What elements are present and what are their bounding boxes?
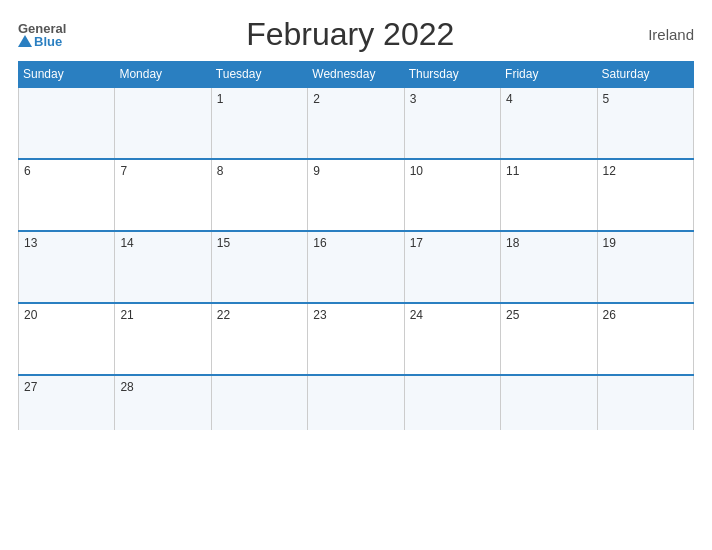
calendar-day-cell: [404, 375, 500, 430]
day-header-sunday: Sunday: [19, 62, 115, 88]
day-number: 1: [217, 92, 224, 106]
calendar-day-cell: 9: [308, 159, 404, 231]
calendar-header-row: Sunday Monday Tuesday Wednesday Thursday…: [19, 62, 694, 88]
day-number: 18: [506, 236, 519, 250]
calendar-day-cell: 15: [211, 231, 307, 303]
calendar-day-cell: 20: [19, 303, 115, 375]
day-number: 11: [506, 164, 519, 178]
calendar-day-cell: [308, 375, 404, 430]
calendar-day-cell: 7: [115, 159, 211, 231]
calendar-day-cell: [501, 375, 597, 430]
day-number: 28: [120, 380, 133, 394]
day-header-monday: Monday: [115, 62, 211, 88]
calendar-day-cell: 22: [211, 303, 307, 375]
day-number: 25: [506, 308, 519, 322]
day-header-friday: Friday: [501, 62, 597, 88]
calendar-day-cell: [211, 375, 307, 430]
calendar-day-cell: 6: [19, 159, 115, 231]
country-label: Ireland: [634, 26, 694, 43]
day-number: 4: [506, 92, 513, 106]
calendar-day-cell: 23: [308, 303, 404, 375]
calendar-day-cell: 4: [501, 87, 597, 159]
calendar-table: Sunday Monday Tuesday Wednesday Thursday…: [18, 61, 694, 430]
logo-general-text: General: [18, 22, 66, 35]
calendar-day-cell: 5: [597, 87, 693, 159]
day-number: 24: [410, 308, 423, 322]
calendar-week-row: 2728: [19, 375, 694, 430]
calendar-day-cell: 10: [404, 159, 500, 231]
day-number: 2: [313, 92, 320, 106]
calendar-day-cell: 19: [597, 231, 693, 303]
calendar-day-cell: 12: [597, 159, 693, 231]
calendar-day-cell: 21: [115, 303, 211, 375]
calendar-body: 1234567891011121314151617181920212223242…: [19, 87, 694, 430]
calendar-day-cell: [19, 87, 115, 159]
day-number: 15: [217, 236, 230, 250]
logo-triangle-icon: [18, 35, 32, 47]
calendar-day-cell: 14: [115, 231, 211, 303]
calendar-day-cell: 3: [404, 87, 500, 159]
logo-blue-text: Blue: [18, 35, 66, 48]
day-number: 19: [603, 236, 616, 250]
calendar-week-row: 20212223242526: [19, 303, 694, 375]
day-header-tuesday: Tuesday: [211, 62, 307, 88]
logo: General Blue: [18, 22, 66, 48]
calendar-week-row: 13141516171819: [19, 231, 694, 303]
calendar-title: February 2022: [66, 16, 634, 53]
calendar-day-cell: 27: [19, 375, 115, 430]
day-number: 13: [24, 236, 37, 250]
day-number: 23: [313, 308, 326, 322]
day-number: 22: [217, 308, 230, 322]
calendar-day-cell: 17: [404, 231, 500, 303]
calendar-day-cell: [597, 375, 693, 430]
calendar-page: General Blue February 2022 Ireland Sunda…: [0, 0, 712, 550]
calendar-day-cell: 13: [19, 231, 115, 303]
day-number: 9: [313, 164, 320, 178]
day-header-thursday: Thursday: [404, 62, 500, 88]
day-number: 17: [410, 236, 423, 250]
calendar-day-cell: 16: [308, 231, 404, 303]
calendar-week-row: 6789101112: [19, 159, 694, 231]
day-number: 20: [24, 308, 37, 322]
calendar-day-cell: 11: [501, 159, 597, 231]
calendar-day-cell: 1: [211, 87, 307, 159]
calendar-day-cell: 24: [404, 303, 500, 375]
calendar-week-row: 12345: [19, 87, 694, 159]
day-number: 21: [120, 308, 133, 322]
day-number: 3: [410, 92, 417, 106]
day-number: 10: [410, 164, 423, 178]
calendar-header: General Blue February 2022 Ireland: [18, 16, 694, 53]
day-number: 6: [24, 164, 31, 178]
day-number: 7: [120, 164, 127, 178]
calendar-day-cell: [115, 87, 211, 159]
day-number: 14: [120, 236, 133, 250]
day-number: 26: [603, 308, 616, 322]
day-number: 8: [217, 164, 224, 178]
calendar-day-cell: 18: [501, 231, 597, 303]
day-number: 5: [603, 92, 610, 106]
calendar-day-cell: 28: [115, 375, 211, 430]
day-number: 27: [24, 380, 37, 394]
day-number: 16: [313, 236, 326, 250]
day-number: 12: [603, 164, 616, 178]
calendar-day-cell: 25: [501, 303, 597, 375]
calendar-day-cell: 8: [211, 159, 307, 231]
calendar-day-cell: 26: [597, 303, 693, 375]
day-header-saturday: Saturday: [597, 62, 693, 88]
day-header-wednesday: Wednesday: [308, 62, 404, 88]
calendar-day-cell: 2: [308, 87, 404, 159]
